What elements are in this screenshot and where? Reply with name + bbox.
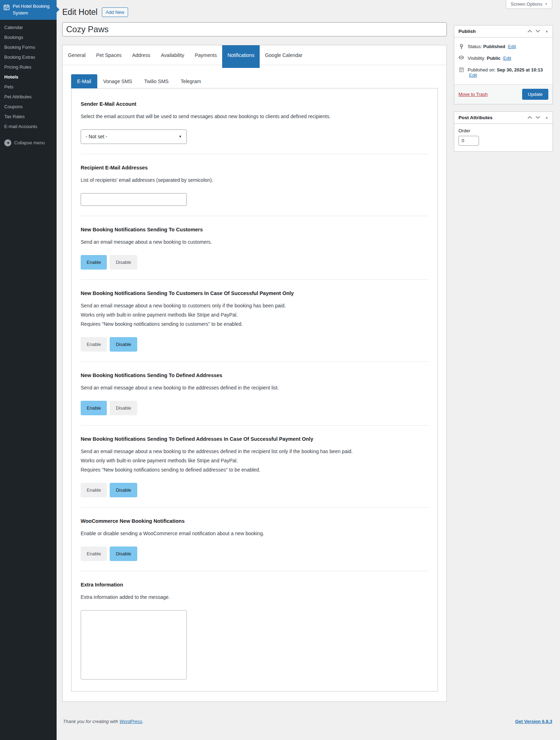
move-to-trash-link[interactable]: Move to Trash (458, 92, 487, 97)
section-new-booking-notifications-sending-to-defined-addresses-in-case-of-successful-payment-only: New Booking Notifications Sending To Def… (81, 425, 428, 507)
description-line: Send an email message about a new bookin… (81, 447, 428, 456)
screen-options-button[interactable]: Screen Options ▼ (506, 0, 552, 9)
order-label: Order (458, 128, 548, 133)
section-description: Select the email account that will be us… (81, 112, 428, 121)
publish-panel-header: Publish ▲ (454, 25, 553, 37)
disable-button[interactable]: Disable (110, 401, 137, 415)
calendar-icon (4, 4, 10, 12)
section-description: Send an email message about a new bookin… (81, 383, 428, 392)
calendar-small-icon (458, 67, 464, 72)
section-heading: New Booking Notifications Sending To Cus… (81, 290, 428, 296)
publish-panel-body: Status: Published Edit Visibility: Publi… (454, 37, 553, 84)
subtab-vonage-sms[interactable]: Vonage SMS (97, 74, 138, 88)
description-line: List of recipients' email addresses (sep… (81, 175, 428, 185)
subtab-telegram[interactable]: Telegram (175, 74, 207, 88)
sidebar-item-e-mail-accounts[interactable]: E-mail Accounts (0, 122, 57, 132)
post-attributes-header: Post Attributes ▲ (454, 112, 553, 124)
enable-button[interactable]: Enable (81, 401, 107, 415)
sidebar-item-bookings[interactable]: Bookings (0, 33, 57, 42)
admin-sidebar: Pet Hotel Booking System CalendarBooking… (0, 0, 57, 740)
section-control: - Not set - ▼ (81, 129, 428, 144)
section-new-booking-notifications-sending-to-customers-in-case-of-successful-payment-only: New Booking Notifications Sending To Cus… (81, 279, 428, 362)
tab-google-calendar[interactable]: Google Calendar (260, 45, 308, 65)
subtab-twilio-sms[interactable]: Twilio SMS (138, 74, 174, 88)
published-on-row: Published on: Sep 30, 2025 at 10:13 Edit (458, 67, 548, 78)
enable-button[interactable]: Enable (81, 483, 107, 497)
edit-visibility-link[interactable]: Edit (503, 56, 511, 61)
tab-payments[interactable]: Payments (190, 45, 222, 65)
disable-button[interactable]: Disable (110, 255, 137, 270)
add-new-button[interactable]: Add New (102, 7, 128, 17)
disable-button[interactable]: Disable (110, 337, 137, 352)
order-input[interactable] (458, 136, 479, 146)
sidebar-item-calendar[interactable]: Calendar (0, 23, 57, 33)
section-control: Enable Disable (81, 255, 428, 270)
disable-button[interactable]: Disable (110, 483, 137, 497)
subtab-e-mail[interactable]: E-Mail (71, 74, 97, 88)
published-on-label: Published on: (468, 67, 496, 73)
tab-pet-spaces[interactable]: Pet Spaces (91, 45, 127, 65)
sidebar-item-coupons[interactable]: Coupons (0, 102, 57, 112)
disable-button[interactable]: Disable (110, 547, 137, 561)
panel-toggle-icon[interactable]: ▲ (545, 116, 548, 119)
settings-tabbar: GeneralPet SpacesAddressAvailabilityPaym… (63, 45, 446, 65)
edit-status-link[interactable]: Edit (508, 44, 516, 49)
chevron-down-icon: ▼ (179, 135, 182, 138)
move-down-icon[interactable] (536, 30, 540, 33)
tab-notifications[interactable]: Notifications (222, 45, 260, 68)
sender-email-select[interactable]: - Not set - ▼ (81, 129, 187, 144)
enable-button[interactable]: Enable (81, 337, 107, 352)
section-description: Send an email message about a new bookin… (81, 237, 428, 247)
description-line: Extra information added to the message. (81, 592, 428, 602)
wordpress-link[interactable]: WordPress (120, 719, 142, 724)
move-up-icon[interactable] (527, 116, 532, 119)
move-down-icon[interactable] (536, 116, 540, 119)
sidebar-item-tax-rates[interactable]: Tax Rates (0, 112, 57, 122)
move-up-icon[interactable] (527, 30, 532, 33)
sidebar-item-pricing-rules[interactable]: Pricing Rules (0, 62, 57, 72)
status-label: Status: (468, 44, 482, 49)
recipient-emails-input[interactable] (81, 193, 187, 206)
enable-button[interactable]: Enable (81, 255, 107, 270)
panel-toggle-icon[interactable]: ▲ (545, 29, 548, 33)
visibility-label: Visibility: (468, 56, 485, 61)
page-title: Edit Hotel (62, 7, 98, 18)
section-description: Send an email message about a new bookin… (81, 301, 428, 329)
get-version-link[interactable]: Get Version 6.8.3 (515, 719, 552, 724)
section-new-booking-notifications-sending-to-customers: New Booking Notifications Sending To Cus… (81, 216, 428, 279)
extra-information-textarea[interactable] (81, 610, 187, 680)
section-heading: Extra Information (81, 582, 428, 588)
description-line: Send an email message about a new bookin… (81, 301, 428, 310)
email-settings-box: Sender E-Mail Account Select the email a… (71, 88, 438, 692)
sidebar-item-pets[interactable]: Pets (0, 82, 57, 92)
sidebar-item-pet-hotel-booking-system[interactable]: Pet Hotel Booking System (0, 0, 57, 20)
sidebar-item-hotels[interactable]: Hotels (0, 72, 57, 82)
edit-date-link[interactable]: Edit (469, 73, 477, 78)
section-recipient-e-mail-addresses: Recipient E-Mail Addresses List of recip… (81, 154, 428, 216)
description-line: Enable or disable sending a WooCommerce … (81, 529, 428, 538)
collapse-menu-button[interactable]: ◀ Collapse menu (0, 137, 57, 149)
enable-button[interactable]: Enable (81, 547, 107, 561)
pin-icon (458, 44, 464, 49)
published-on-value: Sep 30, 2025 at 10:13 (497, 67, 543, 73)
update-button[interactable]: Update (522, 89, 548, 100)
status-value: Published (483, 44, 505, 49)
page-header: Edit Hotel Add New (62, 0, 553, 18)
tab-general[interactable]: General (63, 45, 91, 65)
sidebar-item-booking-extras[interactable]: Booking Extras (0, 52, 57, 62)
sidebar-item-booking-forms[interactable]: Booking Forms (0, 42, 57, 52)
section-description: List of recipients' email addresses (sep… (81, 175, 428, 185)
description-line: Send an email message about a new bookin… (81, 383, 428, 392)
tab-availability[interactable]: Availability (156, 45, 190, 65)
hotel-title-input[interactable] (62, 22, 447, 36)
screen-options-label: Screen Options (510, 1, 542, 7)
visibility-value: Public (487, 56, 501, 61)
tab-address[interactable]: Address (127, 45, 155, 65)
section-heading: Recipient E-Mail Addresses (81, 165, 428, 170)
side-column: Publish ▲ Status: Published (454, 22, 553, 159)
section-control: Enable Disable (81, 337, 428, 352)
publish-panel: Publish ▲ Status: Published (454, 25, 553, 104)
section-heading: WooCommerce New Booking Notifications (81, 518, 428, 524)
section-control: Enable Disable (81, 483, 428, 497)
sidebar-item-pet-attributes[interactable]: Pet Attributes (0, 92, 57, 102)
